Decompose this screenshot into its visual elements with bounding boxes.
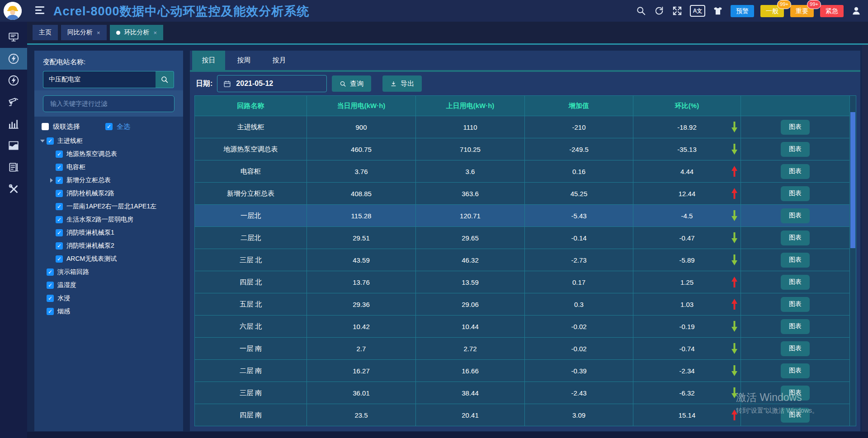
table-header-row: 回路名称当日用电(kW·h)上日用电(kW·h)增加值环比(%) [195, 96, 849, 116]
rail-item-power-analysis-active[interactable] [0, 48, 27, 70]
cell-ratio-percent: -2.34 [633, 359, 741, 381]
table-scrollbar-thumb[interactable] [850, 112, 855, 248]
tree-collapse-icon[interactable] [47, 178, 56, 183]
period-tab[interactable]: 按月 [263, 51, 296, 70]
cell-delta-value: 0.17 [525, 271, 633, 293]
query-button[interactable]: 查询 [332, 75, 371, 92]
tree-item[interactable]: ✓烟感 [34, 305, 183, 318]
checkbox[interactable]: ✓ [47, 137, 54, 145]
tree-item[interactable]: ✓电容柜 [34, 160, 183, 174]
period-tabs: 按日按周按月 [190, 51, 860, 70]
tree-item[interactable]: ✓消防喷淋机械泵2 [34, 239, 183, 252]
chart-button[interactable]: 图表 [781, 341, 810, 356]
power-circle-icon [8, 53, 19, 65]
tree-item[interactable]: ✓地源热泵空调总表 [34, 147, 183, 160]
fullscreen-icon[interactable] [672, 5, 683, 16]
chart-button[interactable]: 图表 [781, 386, 810, 400]
table-scrollbar-track[interactable] [849, 95, 856, 426]
station-input[interactable] [43, 71, 156, 88]
date-picker[interactable]: 2021-05-12 [217, 75, 327, 92]
rail-item-report[interactable] [0, 156, 27, 178]
user-icon[interactable] [851, 5, 862, 16]
active-tab-dot-icon [116, 31, 120, 35]
alarm-button[interactable]: 紧急 [820, 5, 844, 17]
search-icon[interactable] [636, 5, 646, 16]
chart-button[interactable]: 图表 [781, 208, 810, 223]
nav-tab-label: 环比分析 [124, 28, 150, 37]
select-all-label[interactable]: 全选 [117, 122, 130, 131]
tree-filter-input[interactable] [43, 95, 175, 112]
tabbar-divider [27, 43, 868, 45]
checkbox[interactable]: ✓ [56, 203, 63, 210]
cell-chart-action: 图表 [741, 381, 849, 404]
chart-button[interactable]: 图表 [781, 120, 810, 135]
chart-button[interactable]: 图表 [781, 408, 810, 423]
tree-item[interactable]: ✓ARCM无线表测试 [34, 252, 183, 265]
cell-today-kwh: 2.7 [307, 337, 416, 359]
tree-item[interactable]: ✓一层南1APE2右一层北1APE1左 [34, 200, 183, 213]
period-tab[interactable]: 按日 [192, 51, 225, 70]
rail-item-monitor[interactable] [0, 26, 27, 48]
cell-today-kwh: 13.76 [307, 271, 416, 293]
chart-button[interactable]: 图表 [781, 253, 810, 268]
checkbox[interactable]: ✓ [56, 216, 63, 223]
checkbox[interactable]: ✓ [56, 229, 63, 236]
cell-circuit-name: 新增分立柜总表 [195, 182, 307, 204]
rail-item-bar-chart[interactable] [0, 113, 27, 135]
chart-button[interactable]: 图表 [781, 142, 810, 157]
chart-button[interactable]: 图表 [781, 297, 810, 312]
select-all-checkbox[interactable]: ✓ [105, 123, 113, 130]
cell-today-kwh: 408.85 [307, 182, 416, 204]
alarm-button[interactable]: 一般99+ [760, 5, 784, 17]
checkbox[interactable]: ✓ [47, 268, 54, 276]
app-window: Acrel-8000数据中心动环监控及能效分析系统 A文 预警一般99+重要99… [0, 0, 868, 438]
close-icon[interactable]: × [97, 29, 100, 36]
alarm-button[interactable]: 预警 [731, 5, 754, 17]
nav-tab-label: 同比分析 [67, 28, 93, 37]
nav-tab[interactable]: 环比分析× [110, 25, 164, 40]
rail-item-power[interactable] [0, 70, 27, 91]
export-button[interactable]: 导出 [382, 75, 422, 92]
chart-button[interactable]: 图表 [781, 231, 810, 245]
menu-toggle-icon[interactable] [35, 6, 45, 15]
checkbox[interactable]: ✓ [56, 242, 63, 250]
chart-button[interactable]: 图表 [781, 186, 810, 201]
period-tab[interactable]: 按周 [227, 51, 260, 70]
tree-item[interactable]: ✓消防喷淋机械泵1 [34, 226, 183, 239]
rail-item-camera[interactable] [0, 91, 27, 113]
rail-item-area-chart[interactable] [0, 135, 27, 156]
tree-expand-icon[interactable] [38, 140, 47, 142]
table-body: 主进线柜9001110-210-18.92图表地源热泵空调总表460.75710… [195, 116, 849, 426]
rail-item-tools[interactable] [0, 178, 27, 200]
translate-icon[interactable]: A文 [690, 5, 705, 17]
checkbox[interactable]: ✓ [56, 255, 63, 263]
alarm-button[interactable]: 重要99+ [790, 5, 814, 17]
chart-button[interactable]: 图表 [781, 164, 810, 179]
tree-item[interactable]: ✓消防栓机械泵2路 [34, 187, 183, 200]
tree-item[interactable]: ✓演示箱回路 [34, 265, 183, 278]
tree-item[interactable]: ✓温湿度 [34, 278, 183, 292]
tree-item[interactable]: ✓主进线柜 [34, 134, 183, 147]
chart-button[interactable]: 图表 [781, 275, 810, 290]
tree-item[interactable]: ✓水浸 [34, 292, 183, 305]
nav-tab[interactable]: 主页 [33, 25, 58, 40]
station-search-button[interactable] [156, 71, 174, 88]
close-icon[interactable]: × [154, 29, 157, 36]
checkbox[interactable]: ✓ [47, 295, 54, 302]
chart-button[interactable]: 图表 [781, 363, 810, 378]
checkbox[interactable]: ✓ [56, 151, 63, 158]
checkbox[interactable]: ✓ [56, 177, 63, 184]
checkbox[interactable]: ✓ [47, 282, 54, 289]
checkbox[interactable]: ✓ [56, 190, 63, 197]
tree-item[interactable]: ✓新增分立柜总表 [34, 174, 183, 187]
tree-item[interactable]: ✓生活水泵2路一层弱电房 [34, 213, 183, 226]
filter-section [34, 90, 183, 117]
checkbox[interactable]: ✓ [47, 308, 54, 315]
nav-tab[interactable]: 同比分析× [61, 25, 107, 40]
tree-item-label: 生活水泵2路一层弱电房 [66, 216, 133, 224]
cascade-checkbox[interactable] [42, 123, 49, 130]
theme-shirt-icon[interactable] [712, 5, 723, 16]
refresh-icon[interactable] [654, 5, 665, 16]
chart-button[interactable]: 图表 [781, 319, 810, 334]
checkbox[interactable]: ✓ [56, 164, 63, 171]
